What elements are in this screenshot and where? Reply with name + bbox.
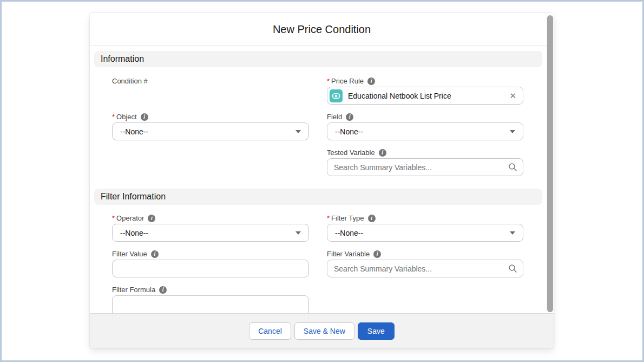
info-icon[interactable]: i	[373, 250, 381, 258]
grid-spacer	[112, 148, 309, 176]
operator-select-value: --None--	[120, 229, 148, 237]
field-select-value: --None--	[335, 127, 363, 136]
operator-label: Operator	[116, 214, 144, 222]
field-tested-variable: Tested Variable i	[327, 148, 523, 176]
section-header-filter-information: Filter Information	[94, 189, 542, 205]
search-icon	[508, 264, 517, 275]
filter-formula-label: Filter Formula	[112, 286, 155, 294]
operator-select[interactable]: --None--	[112, 224, 309, 242]
object-select[interactable]: --None--	[112, 122, 309, 140]
filter-value-label: Filter Value	[112, 250, 147, 258]
filter-value-input[interactable]	[112, 260, 309, 277]
info-icon[interactable]: i	[367, 77, 375, 85]
info-icon[interactable]: i	[151, 250, 159, 258]
info-icon[interactable]: i	[141, 113, 148, 121]
modal-title: New Price Condition	[90, 13, 554, 36]
field-field: Field i --None--	[327, 112, 523, 140]
field-filter-type: * Filter Type i --None--	[327, 214, 523, 242]
info-icon[interactable]: i	[159, 286, 167, 294]
section-heading-label: Information	[101, 54, 144, 64]
modal-footer: Cancel Save & New Save	[90, 313, 554, 348]
chevron-down-icon	[295, 130, 301, 133]
information-fields-grid: Condition # * Price Rule i	[112, 76, 523, 176]
price-rule-selected-pill[interactable]: Educational Netbook List Price ✕	[327, 87, 523, 105]
filter-type-label: Filter Type	[331, 214, 364, 222]
chevron-down-icon	[295, 231, 301, 235]
new-price-condition-modal: New Price Condition Information Conditio…	[90, 13, 554, 348]
filter-fields-grid: * Operator i --None-- * Filter Type i --…	[112, 214, 523, 328]
cancel-button[interactable]: Cancel	[249, 322, 291, 340]
field-filter-variable: Filter Variable i	[327, 249, 523, 277]
filter-type-select[interactable]: --None--	[327, 224, 523, 242]
filter-type-select-value: --None--	[335, 229, 363, 237]
condition-number-label: Condition #	[112, 77, 148, 85]
field-select[interactable]: --None--	[327, 122, 523, 140]
info-icon[interactable]: i	[346, 113, 353, 121]
tested-variable-search-input[interactable]	[327, 158, 523, 176]
modal-scrollbar-thumb[interactable]	[547, 15, 553, 312]
info-icon[interactable]: i	[379, 149, 386, 157]
required-asterisk: *	[112, 113, 115, 121]
filter-variable-label: Filter Variable	[327, 250, 370, 258]
title-divider	[90, 46, 554, 46]
required-asterisk: *	[327, 77, 330, 85]
object-label: Object	[116, 113, 137, 121]
price-rule-label: Price Rule	[331, 77, 364, 85]
field-object: * Object i --None--	[112, 112, 309, 140]
section-header-information: Information	[94, 51, 542, 67]
remove-selection-icon[interactable]: ✕	[508, 90, 517, 101]
field-operator: * Operator i --None--	[112, 214, 309, 242]
filter-variable-search-input[interactable]	[327, 260, 523, 277]
modal-scrollbar-track[interactable]	[547, 13, 554, 313]
info-icon[interactable]: i	[368, 215, 376, 222]
price-rule-icon	[330, 89, 343, 102]
required-asterisk: *	[327, 214, 330, 222]
search-icon	[508, 163, 517, 174]
required-asterisk: *	[112, 214, 115, 222]
price-rule-value: Educational Netbook List Price	[348, 92, 451, 100]
field-price-rule: * Price Rule i Educational Netbook List …	[327, 76, 523, 105]
field-label: Field	[327, 113, 342, 121]
tested-variable-label: Tested Variable	[327, 148, 375, 157]
page-background: New Price Condition Information Conditio…	[0, 0, 644, 362]
field-condition-number: Condition #	[112, 76, 309, 105]
info-icon[interactable]: i	[148, 215, 155, 222]
save-button[interactable]: Save	[358, 322, 395, 340]
save-and-new-button[interactable]: Save & New	[294, 322, 354, 340]
field-filter-value: Filter Value i	[112, 249, 309, 277]
chevron-down-icon	[510, 130, 515, 133]
object-select-value: --None--	[120, 127, 148, 136]
chevron-down-icon	[510, 231, 515, 235]
section-heading-label: Filter Information	[101, 192, 166, 202]
